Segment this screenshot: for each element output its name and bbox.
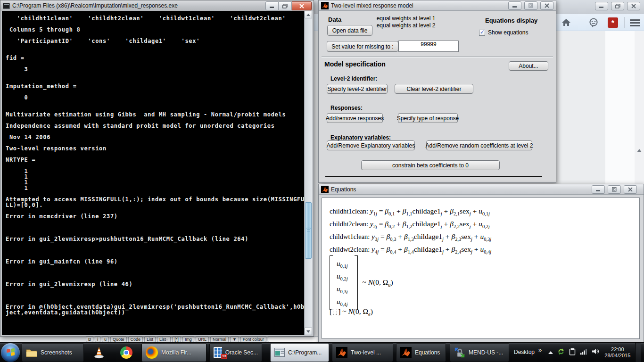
editor-button[interactable]: List= <box>157 337 171 342</box>
clock-time: 22:00 <box>604 346 630 353</box>
taskbar-button-0[interactable]: Screenshots <box>22 343 84 362</box>
volume-icon[interactable] <box>592 348 600 357</box>
terminal-title: C:\Program Files (x86)\Realcom\Imputatio… <box>12 2 178 9</box>
matlab-icon <box>400 347 412 358</box>
u-vector-entry: u0,1j <box>337 257 348 270</box>
u-vector-entry: u0,2j <box>337 270 348 283</box>
open-data-file-button[interactable]: Open data file <box>327 25 372 36</box>
minimize-icon[interactable] <box>265 1 279 10</box>
restore-icon[interactable] <box>279 1 292 10</box>
chevron-icon[interactable]: » <box>538 346 542 354</box>
firefox-icon <box>146 346 158 359</box>
editor-button[interactable]: i <box>95 337 100 342</box>
maximize-icon[interactable] <box>608 185 621 194</box>
clipboard-icon[interactable] <box>569 348 576 357</box>
lastpass-icon[interactable]: * <box>608 17 618 28</box>
home-icon[interactable] <box>561 18 571 28</box>
scroll-up-icon[interactable] <box>637 149 642 152</box>
equations-display-heading: Equations display <box>485 17 537 24</box>
editor-button[interactable]: [*] <box>172 337 181 342</box>
terminal-window: C:\Program Files (x86)\Realcom\Imputatio… <box>0 0 314 337</box>
desktop-label: Desktop <box>514 349 535 355</box>
sync-icon[interactable] <box>557 348 565 357</box>
minimize-icon[interactable] <box>592 185 605 194</box>
scroll-up-icon[interactable] <box>305 11 312 18</box>
missing-value-input[interactable]: 99999 <box>398 41 459 52</box>
level2-identifier-label: Level-2 identifier: <box>330 75 377 82</box>
firefox-window-controls <box>592 2 640 10</box>
taskbar-button-3[interactable]: Mozilla Fir... <box>141 343 206 362</box>
set-missing-value-button[interactable]: Set value for missing to : <box>327 41 398 52</box>
taskbar-button-5[interactable]: C:\Program... <box>270 343 329 362</box>
u-vector-entry: u0,4j <box>337 296 348 308</box>
clear-level2-button[interactable]: Clear level-2 identifier <box>395 84 473 94</box>
restore-icon[interactable] <box>611 2 624 10</box>
taskbar-button-label: Mozilla Fir... <box>161 349 191 356</box>
minimize-icon[interactable] <box>595 2 608 10</box>
editor-button[interactable]: Code <box>128 337 143 342</box>
show-hidden-icon[interactable] <box>548 351 553 354</box>
about-button[interactable]: About... <box>509 61 548 71</box>
show-equations-checkbox[interactable] <box>479 30 485 36</box>
taskbar-button-7[interactable]: Equations <box>396 343 446 362</box>
residual-distribution: [] ~ N(0, Ωe) <box>330 307 373 317</box>
minimize-icon[interactable] <box>508 1 521 10</box>
close-icon[interactable] <box>540 1 553 10</box>
show-equations-label: Show equations <box>488 29 528 36</box>
editor-button[interactable]: ▼ <box>230 337 239 342</box>
equation-row: childht2clean: y2j = β0,2 + β1,2childage… <box>330 217 491 230</box>
equations-window-title: Equations <box>331 186 356 193</box>
scroll-down-icon[interactable] <box>305 328 312 335</box>
badge: 13 <box>221 354 227 359</box>
bottom-divider <box>325 176 542 177</box>
menu-icon[interactable] <box>630 18 640 28</box>
specify-level2-button[interactable]: Specify level-2 identifier <box>327 84 388 94</box>
u-distribution: ~ N(0, Ωu) <box>363 278 393 288</box>
add-remove-explanatory-button[interactable]: Add/Remove Explanatory variables <box>327 140 415 150</box>
taskbar-button-2[interactable] <box>114 343 139 362</box>
equations-window: Equations childht1clean: y1j = β0,1 + β1… <box>318 184 644 343</box>
editor-button[interactable]: Quote <box>110 337 127 342</box>
taskbar-items: ScreenshotsMozilla Fir...Oracle Sec...13… <box>21 343 509 362</box>
specify-response-type-button[interactable]: Specify type of response <box>398 113 458 123</box>
constrain-beta-button[interactable]: constrain beta coefficients to 0 <box>361 160 500 170</box>
network-icon[interactable] <box>580 348 587 357</box>
responses-label: Responses: <box>330 105 363 111</box>
program-window-icon <box>274 348 285 357</box>
taskbar-button-1[interactable] <box>87 343 111 362</box>
editor-button[interactable]: Font colour <box>240 337 266 342</box>
taskbar-button-4[interactable]: Oracle Sec...13 <box>209 343 262 362</box>
editor-button[interactable]: Img <box>182 337 194 342</box>
taskbar-button-8[interactable]: MEND-US -... <box>450 343 509 362</box>
equation-list: childht1clean: y1j = β0,1 + β1,1childage… <box>330 205 491 255</box>
editor-button[interactable]: List <box>144 337 156 342</box>
oracle-icon <box>214 347 222 358</box>
add-remove-responses-button[interactable]: Add/remove responses <box>327 113 383 123</box>
terminal-screen[interactable]: 'childht1clean' 'childht2clean' 'childwt… <box>2 11 305 335</box>
clock-date: 28/04/2015 <box>604 353 630 359</box>
editor-button[interactable]: URL <box>196 337 209 342</box>
taskbar-clock[interactable]: 22:00 28/04/2015 <box>604 346 630 359</box>
editor-button[interactable]: B <box>86 337 93 342</box>
terminal-scrollbar[interactable] <box>304 11 312 335</box>
desktop-toolbar[interactable]: Desktop » <box>514 349 542 356</box>
start-button[interactable] <box>1 343 20 362</box>
close-icon[interactable] <box>627 2 640 10</box>
editor-button[interactable]: Normal <box>210 337 229 342</box>
model-window: Two-level mixed response model Data equa… <box>318 0 556 183</box>
maximize-icon[interactable] <box>524 1 537 10</box>
show-desktop-button[interactable] <box>635 343 641 362</box>
taskbar-button-6[interactable]: Two-level ... <box>332 343 393 362</box>
editor-button[interactable]: u <box>102 337 109 342</box>
chrome-icon <box>120 346 132 359</box>
chat-icon[interactable] <box>589 18 598 29</box>
add-remove-random-coefficients-button[interactable]: Add/Remove random coefficients at level … <box>426 140 532 150</box>
equation-row: childwt2clean: y4j = β0,4 + β1,4childage… <box>330 243 491 255</box>
close-icon[interactable] <box>292 1 312 10</box>
scrollbar-thumb[interactable] <box>305 202 312 259</box>
system-tray <box>548 348 600 357</box>
terminal-output: 'childht1clean' 'childht2clean' 'childwt… <box>6 16 305 315</box>
close-icon[interactable] <box>624 185 637 194</box>
data-section-heading: Data <box>328 16 341 23</box>
bracket-left <box>330 255 333 310</box>
